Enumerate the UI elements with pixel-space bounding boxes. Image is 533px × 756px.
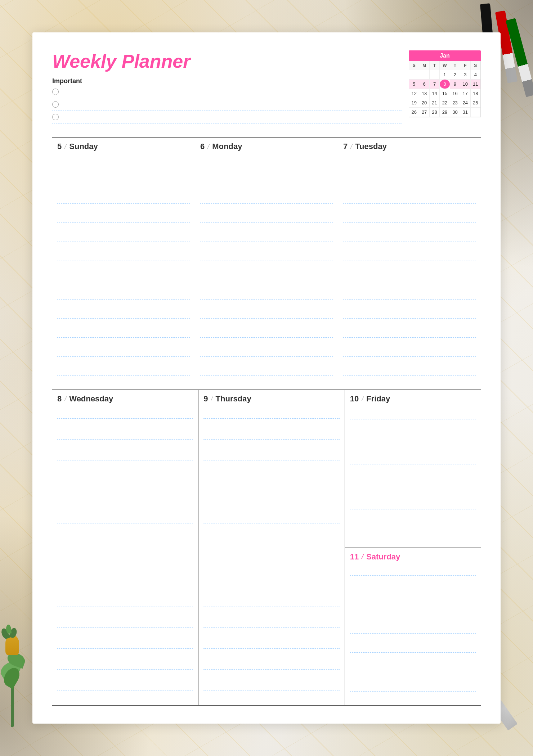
cal-header-thu: T xyxy=(450,61,460,70)
calendar-week-3: 12 13 14 15 16 17 18 xyxy=(409,89,480,98)
day-saturday: 11 / Saturday xyxy=(345,548,481,705)
page-title: Weekly Planner xyxy=(52,50,402,72)
saturday-lines[interactable] xyxy=(350,566,476,701)
friday-saturday-column: 10 / Friday 11 xyxy=(345,390,481,705)
wednesday-lines[interactable] xyxy=(57,408,193,701)
day-monday: 6 / Monday xyxy=(195,138,338,390)
days-row-1: 5 / Sunday xyxy=(52,137,481,390)
calendar-month: Jan xyxy=(409,50,481,61)
checkbox-2[interactable] xyxy=(52,101,59,108)
friday-number: 10 xyxy=(350,394,359,404)
friday-separator: / xyxy=(362,395,363,403)
wednesday-name: Wednesday xyxy=(69,394,113,404)
cal-header-wed: W xyxy=(440,61,450,70)
important-item-1 xyxy=(52,89,402,98)
important-item-3 xyxy=(52,114,402,123)
thursday-separator: / xyxy=(211,395,213,403)
wednesday-header: 8 / Wednesday xyxy=(57,394,193,404)
day-thursday: 9 / Thursday xyxy=(198,390,345,705)
title-section: Weekly Planner Important xyxy=(52,50,402,126)
cal-header-tue: T xyxy=(430,61,440,70)
saturday-separator: / xyxy=(362,553,363,561)
cal-header-sun: S xyxy=(409,61,419,70)
tuesday-separator: / xyxy=(350,143,352,150)
sunday-number: 5 xyxy=(57,142,62,151)
calendar-grid: S M T W T F S 1 2 3 4 xyxy=(409,61,481,117)
cal-header-mon: M xyxy=(419,61,429,70)
sunday-name: Sunday xyxy=(69,142,98,151)
monday-separator: / xyxy=(207,143,209,150)
tuesday-header: 7 / Tuesday xyxy=(343,142,476,151)
day-friday: 10 / Friday xyxy=(345,390,481,548)
saturday-number: 11 xyxy=(350,552,359,562)
tuesday-number: 7 xyxy=(343,142,348,151)
wednesday-separator: / xyxy=(64,395,66,403)
thursday-number: 9 xyxy=(203,394,208,404)
saturday-header: 11 / Saturday xyxy=(350,552,476,562)
calendar-week-1: 1 2 3 4 xyxy=(409,70,480,80)
day-wednesday: 8 / Wednesday xyxy=(52,390,198,705)
sunday-header: 5 / Sunday xyxy=(57,142,190,151)
important-section: Important xyxy=(52,77,402,123)
checkbox-3[interactable] xyxy=(52,114,59,120)
monday-name: Monday xyxy=(212,142,242,151)
tuesday-name: Tuesday xyxy=(355,142,387,151)
checkbox-1[interactable] xyxy=(52,89,59,95)
friday-lines[interactable] xyxy=(350,408,476,543)
tuesday-lines[interactable] xyxy=(343,156,476,385)
cal-header-sat: S xyxy=(471,61,480,70)
day-sunday: 5 / Sunday xyxy=(52,138,195,390)
header-area: Weekly Planner Important Jan xyxy=(52,50,481,126)
thursday-name: Thursday xyxy=(216,394,251,404)
sunday-separator: / xyxy=(64,143,66,150)
friday-name: Friday xyxy=(366,394,390,404)
cal-header-fri: F xyxy=(460,61,470,70)
important-item-2 xyxy=(52,101,402,111)
calendar-header-row: S M T W T F S xyxy=(409,61,480,70)
calendar-week-2: 5 6 7 8 9 10 11 xyxy=(409,80,480,89)
day-tuesday: 7 / Tuesday xyxy=(338,138,481,390)
calendar-week-4: 19 20 21 22 23 24 25 xyxy=(409,98,480,108)
important-label: Important xyxy=(52,77,402,85)
thursday-lines[interactable] xyxy=(203,408,339,701)
calendar-week-5: 26 27 28 29 30 31 xyxy=(409,108,480,117)
monday-number: 6 xyxy=(200,142,205,151)
wednesday-number: 8 xyxy=(57,394,62,404)
mini-calendar: Jan S M T W T F S 1 2 3 xyxy=(409,50,481,117)
days-row-2: 8 / Wednesday xyxy=(52,390,481,706)
planner-page: Weekly Planner Important Jan xyxy=(32,32,501,724)
sunday-lines[interactable] xyxy=(57,156,190,385)
monday-lines[interactable] xyxy=(200,156,333,385)
days-section: 5 / Sunday xyxy=(52,137,481,706)
monday-header: 6 / Monday xyxy=(200,142,333,151)
friday-header: 10 / Friday xyxy=(350,394,476,404)
saturday-name: Saturday xyxy=(366,552,400,562)
thursday-header: 9 / Thursday xyxy=(203,394,339,404)
